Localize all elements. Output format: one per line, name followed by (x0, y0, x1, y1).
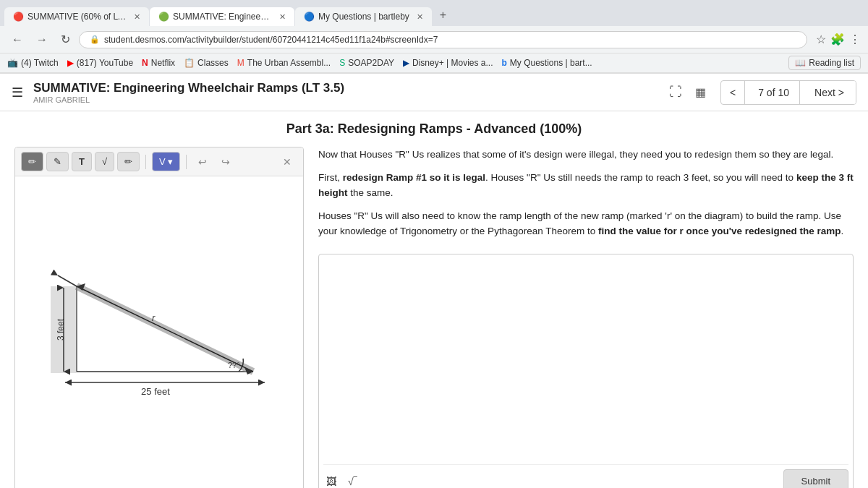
bookmark-disney-label: Disney+ | Movies a... (412, 58, 493, 68)
bold-find-r: find the value for r once you've redesig… (598, 226, 841, 236)
text-tool-button[interactable]: T (72, 152, 92, 171)
address-text: student.desmos.com/activitybuilder/stude… (104, 35, 796, 45)
svg-text:r: r (152, 312, 156, 323)
bookmark-classes-label: Classes (197, 58, 229, 68)
browser-chrome: 🔴 SUMMATIVE (60% of LT 3.5): En... ✕ 🟢 S… (0, 0, 868, 74)
reading-list-button[interactable]: 📖 Reading list (788, 56, 861, 70)
tab-favicon-3: 🔵 (304, 12, 314, 22)
right-panel: Now that Houses "R" Us realizes that som… (318, 147, 854, 488)
nav-bar: ← → ↻ 🔒 student.desmos.com/activitybuild… (0, 26, 868, 53)
bartleby-icon: b (502, 58, 507, 68)
app-title: SUMMATIVE: Engineering Wheelchair Ramps … (33, 81, 666, 95)
tab-close-1[interactable]: ✕ (134, 12, 140, 22)
nav-icons: ☆ 🧩 ⋮ (816, 33, 861, 46)
bookmark-bartleby[interactable]: b My Questions | bart... (502, 58, 592, 68)
drawing-canvas[interactable]: 3 feet (15, 176, 303, 488)
bold-redesign: redesign Ramp #1 so it is legal (343, 172, 485, 183)
bookmark-youtube[interactable]: ▶ (817) YouTube (67, 58, 133, 68)
drawing-panel: ✏ ✎ T √ ✏ V ▾ ↩ ↪ ✕ (14, 147, 304, 488)
problem-paragraph-2: First, redesign Ramp #1 so it is legal. … (318, 170, 854, 201)
page-indicator: 7 of 10 (748, 81, 800, 104)
bookmark-bartleby-label: My Questions | bart... (510, 58, 592, 68)
netflix-icon: N (142, 58, 148, 68)
content-area: ✏ ✎ T √ ✏ V ▾ ↩ ↪ ✕ (0, 147, 868, 488)
undo-button[interactable]: ↩ (192, 153, 213, 171)
soap2day-icon: S (339, 58, 345, 68)
extension-icon[interactable]: 🧩 (830, 33, 845, 46)
bookmark-netflix-label: Netflix (151, 58, 175, 68)
reload-button[interactable]: ↻ (56, 30, 75, 49)
svg-text:25 feet: 25 feet (141, 386, 170, 397)
bookmark-urban[interactable]: M The Urban Assembl... (237, 58, 331, 68)
tab-summative-engineering[interactable]: 🟢 SUMMATIVE: Engineering Whee... ✕ (150, 7, 294, 26)
problem-paragraph-3: Houses "R" Us will also need to know the… (318, 208, 854, 239)
image-tool-button[interactable]: 🖼 (323, 473, 339, 489)
address-bar[interactable]: 🔒 student.desmos.com/activitybuilder/stu… (79, 31, 807, 48)
marker-tool-button[interactable]: ✏ (117, 152, 140, 171)
tab-summative-60[interactable]: 🔴 SUMMATIVE (60% of LT 3.5): En... ✕ (4, 7, 149, 26)
header-icons: ⛶ ▦ (666, 82, 709, 103)
pen-tool-button[interactable]: ✎ (46, 152, 69, 171)
app-subtitle: AMIR GABRIEL (33, 95, 666, 104)
forward-button[interactable]: → (32, 30, 52, 49)
grid-icon[interactable]: ▦ (692, 82, 709, 102)
problem-paragraph-1: Now that Houses "R" Us realizes that som… (318, 147, 854, 163)
submit-button[interactable]: Submit (783, 469, 848, 488)
tab-label-1: SUMMATIVE (60% of LT 3.5): En... (27, 12, 127, 22)
menu-icon[interactable]: ☰ (12, 85, 23, 100)
reading-list-label: Reading list (809, 58, 854, 68)
nav-controls: < 7 of 10 Next > (720, 80, 856, 105)
problem-text: Now that Houses "R" Us realizes that som… (318, 147, 854, 247)
sqrt-tool-button[interactable]: √ (95, 152, 114, 171)
svg-text:??°: ??° (228, 361, 240, 369)
bookmark-star-icon[interactable]: ☆ (816, 33, 826, 46)
tab-close-2[interactable]: ✕ (279, 12, 286, 22)
drawing-toolbar: ✏ ✎ T √ ✏ V ▾ ↩ ↪ ✕ (15, 147, 303, 176)
diagram-svg: 3 feet (22, 265, 297, 409)
next-label: Next (814, 87, 835, 98)
next-page-button[interactable]: Next > (803, 81, 856, 104)
color-dropdown-icon: ▾ (168, 156, 173, 167)
svg-text:3 feet: 3 feet (56, 318, 66, 341)
redo-button[interactable]: ↪ (216, 153, 236, 171)
lock-icon: 🔒 (90, 35, 100, 44)
bookmark-disney[interactable]: ▶ Disney+ | Movies a... (403, 58, 493, 68)
pencil-tool-button[interactable]: ✏ (21, 152, 43, 171)
urban-icon: M (237, 58, 244, 68)
app-header: ☰ SUMMATIVE: Engineering Wheelchair Ramp… (0, 74, 868, 111)
new-tab-button[interactable]: + (433, 4, 454, 26)
toolbar-separator-1 (145, 155, 146, 169)
math-tool-button[interactable]: √‾ (345, 473, 359, 489)
answer-box[interactable]: 🖼 √‾ Submit (318, 254, 854, 488)
bookmark-twitch[interactable]: 📺 (4) Twitch (7, 58, 59, 68)
classes-icon: 📋 (184, 58, 195, 68)
bookmarks-bar: 📺 (4) Twitch ▶ (817) YouTube N Netflix 📋… (0, 53, 868, 73)
youtube-icon: ▶ (67, 58, 74, 68)
svg-line-17 (58, 275, 77, 286)
app-title-block: SUMMATIVE: Engineering Wheelchair Ramps … (33, 81, 666, 104)
fullscreen-icon[interactable]: ⛶ (666, 82, 685, 103)
more-options-icon[interactable]: ⋮ (849, 33, 861, 46)
svg-line-11 (77, 286, 253, 372)
tab-bar: 🔴 SUMMATIVE (60% of LT 3.5): En... ✕ 🟢 S… (0, 0, 868, 26)
prev-page-button[interactable]: < (721, 81, 745, 104)
bookmark-twitch-label: (4) Twitch (21, 58, 59, 68)
disney-icon: ▶ (403, 58, 409, 68)
color-v-label: V (159, 156, 166, 167)
bookmark-youtube-label: (817) YouTube (77, 58, 133, 68)
bookmark-soap2day[interactable]: S SOAP2DAY (339, 58, 394, 68)
bookmark-urban-label: The Urban Assembl... (247, 58, 331, 68)
color-tool-button[interactable]: V ▾ (152, 152, 180, 171)
tab-label-2: SUMMATIVE: Engineering Whee... (173, 12, 272, 22)
twitch-icon: 📺 (7, 58, 18, 68)
tab-close-3[interactable]: ✕ (417, 12, 423, 22)
bookmark-classes[interactable]: 📋 Classes (184, 58, 229, 68)
tab-favicon-2: 🟢 (158, 12, 169, 22)
answer-input[interactable] (323, 259, 848, 464)
back-button[interactable]: ← (7, 30, 27, 49)
delete-button[interactable]: ✕ (277, 153, 297, 171)
tab-bartleby[interactable]: 🔵 My Questions | bartleby ✕ (295, 7, 432, 26)
activity-header: Part 3a: Redesigning Ramps - Advanced (1… (0, 111, 868, 147)
bookmark-netflix[interactable]: N Netflix (142, 58, 175, 68)
tab-favicon-1: 🔴 (13, 12, 23, 22)
